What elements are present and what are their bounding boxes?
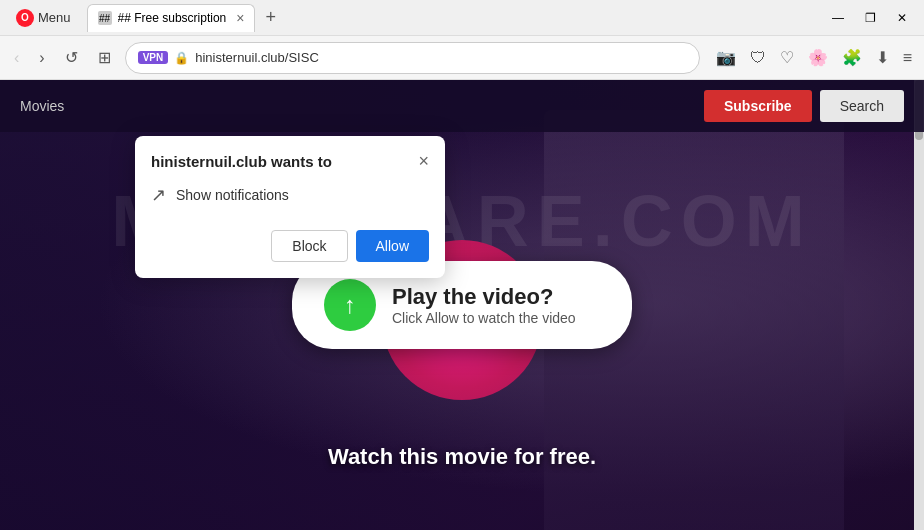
- dialog-permission-row: ↗ Show notifications: [135, 180, 445, 222]
- play-arrow-icon: ↑: [344, 291, 356, 319]
- tab-title: ## Free subscription: [118, 11, 227, 25]
- title-bar: O Menu ## ## Free subscription × + — ❐ ✕: [0, 0, 924, 36]
- lock-icon: 🔒: [174, 51, 189, 65]
- heart-icon[interactable]: ♡: [776, 44, 798, 71]
- address-input-wrap[interactable]: VPN 🔒: [125, 42, 700, 74]
- permission-label: Show notifications: [176, 187, 289, 203]
- close-button[interactable]: ✕: [888, 8, 916, 28]
- subscribe-button[interactable]: Subscribe: [704, 90, 812, 122]
- shield-icon[interactable]: 🛡: [746, 45, 770, 71]
- new-tab-button[interactable]: +: [259, 5, 282, 30]
- vpn-badge: VPN: [138, 51, 169, 64]
- play-circle[interactable]: ↑: [324, 279, 376, 331]
- play-text: Play the video? Click Allow to watch the…: [392, 284, 576, 326]
- refresh-button[interactable]: ↺: [59, 44, 84, 71]
- site-nav: Movies: [20, 98, 64, 114]
- dialog-close-button[interactable]: ×: [410, 152, 429, 170]
- active-tab[interactable]: ## ## Free subscription ×: [87, 4, 256, 32]
- tabs-area: ## ## Free subscription × +: [87, 4, 816, 32]
- browser-frame: O Menu ## ## Free subscription × + — ❐ ✕…: [0, 0, 924, 530]
- wallet-icon[interactable]: 🌸: [804, 44, 832, 71]
- play-subtitle: Click Allow to watch the video: [392, 310, 576, 326]
- address-input[interactable]: [195, 50, 686, 65]
- back-button[interactable]: ‹: [8, 45, 25, 71]
- site-header-actions: Subscribe Search: [704, 90, 904, 122]
- extensions-icon[interactable]: 🧩: [838, 44, 866, 71]
- opera-logo: O: [16, 9, 34, 27]
- site-header: Movies Subscribe Search: [0, 80, 924, 132]
- window-controls: — ❐ ✕: [824, 8, 916, 28]
- play-title: Play the video?: [392, 284, 576, 310]
- minimize-button[interactable]: —: [824, 8, 852, 28]
- scrollbar[interactable]: [914, 80, 924, 530]
- camera-icon[interactable]: 📷: [712, 44, 740, 71]
- search-button[interactable]: Search: [820, 90, 904, 122]
- dialog-title: hinisternuil.club wants to: [151, 152, 410, 172]
- opera-menu[interactable]: O Menu: [8, 5, 79, 31]
- toolbar-icons: 📷 🛡 ♡ 🌸 🧩 ⬇ ≡: [712, 44, 916, 71]
- menu-label: Menu: [38, 10, 71, 25]
- tab-close-button[interactable]: ×: [236, 10, 244, 26]
- allow-button[interactable]: Allow: [356, 230, 429, 262]
- maximize-button[interactable]: ❐: [856, 8, 884, 28]
- webpage: Movies Subscribe Search MYANMARE.COM ↑ P…: [0, 80, 924, 530]
- watch-free-text: Watch this movie for free.: [0, 444, 924, 470]
- tab-favicon: ##: [98, 11, 112, 25]
- grid-button[interactable]: ⊞: [92, 44, 117, 71]
- dialog-header: hinisternuil.club wants to ×: [135, 136, 445, 180]
- permission-dialog: hinisternuil.club wants to × ↗ Show noti…: [135, 136, 445, 278]
- dialog-actions: Block Allow: [135, 222, 445, 278]
- nav-item-movies[interactable]: Movies: [20, 98, 64, 114]
- address-bar: ‹ › ↺ ⊞ VPN 🔒 📷 🛡 ♡ 🌸 🧩 ⬇ ≡: [0, 36, 924, 80]
- block-button[interactable]: Block: [271, 230, 347, 262]
- forward-button[interactable]: ›: [33, 45, 50, 71]
- download-icon[interactable]: ⬇: [872, 44, 893, 71]
- notification-icon: ↗: [151, 184, 166, 206]
- menu-icon[interactable]: ≡: [899, 45, 916, 71]
